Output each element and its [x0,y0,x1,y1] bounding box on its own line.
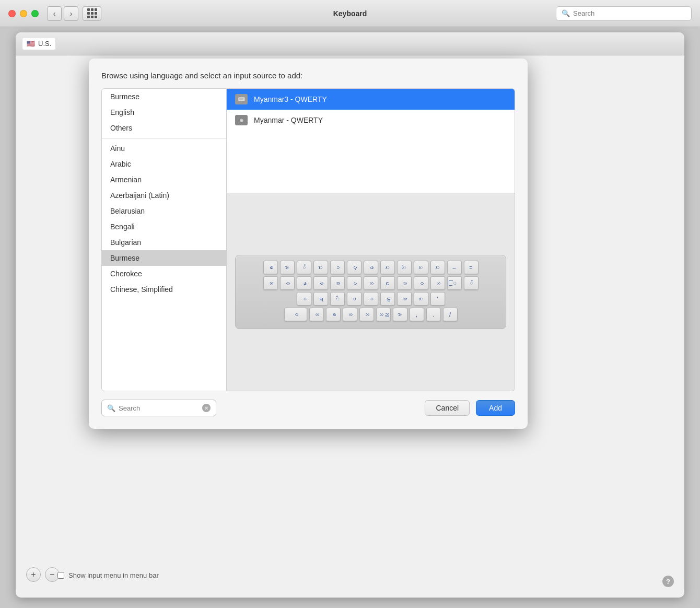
window-title: Keyboard [333,9,367,18]
flag-label: U.S. [38,40,51,48]
kb-row-2: ဆ တ န မ အ ပ တ c သ ဝ ဟ ြ ် [242,276,499,290]
link-icon: ⊕ [235,115,248,125]
kb-key: – [447,261,462,274]
close-button[interactable] [8,10,16,17]
lang-item-others[interactable]: Others [102,120,226,136]
myanmar-label: Myanmar - QWERTY [254,116,323,124]
grid-view-button[interactable] [83,6,101,21]
forward-button[interactable]: › [64,6,78,21]
help-button[interactable]: ? [662,576,674,587]
kb-key: . [426,308,441,321]
kb-key: ဒ [347,292,361,306]
flag-emoji: 🇺🇸 [27,40,35,48]
lang-item-cherokee[interactable]: Cherokee [102,266,226,282]
modal-body: Burmese English Others Ainu Arabic Armen… [101,88,515,391]
kb-key: ထ [309,308,324,321]
kb-key: ၪ [430,261,445,274]
lang-item-bengali[interactable]: Bengali [102,219,226,235]
lang-item-armenian[interactable]: Armenian [102,172,226,188]
lang-item-bulgarian[interactable]: Bulgarian [102,235,226,250]
show-menu-checkbox[interactable] [57,572,64,579]
show-menu-label: Show input menu in menu bar [68,571,159,579]
modal-bottom: 🔍 ✕ Cancel Add [101,400,515,416]
bg-bottom-buttons: + − [26,567,60,582]
lang-item-ainu[interactable]: Ainu [102,141,226,156]
kb-key: ၦ [347,261,361,274]
kb-row-3: ဂ ရ ိ ဒ ဂ ဠ ဃ ၭ ' [242,292,499,306]
right-panel: ⌨ Myanmar3 - QWERTY ⊕ Myanmar - QWERTY ဧ… [227,88,515,391]
kb-key: ဂ [364,292,378,306]
search-field[interactable]: 🔍 ✕ [101,400,216,416]
kb-key: ၩ [414,261,428,274]
kb-key: ၭ [414,292,428,306]
add-language-button[interactable]: + [26,567,41,582]
kb-key: တ [280,276,295,290]
kb-key: ဆ [263,276,278,290]
back-button[interactable]: ‹ [47,6,62,21]
clear-search-button[interactable]: ✕ [202,404,211,412]
kb-key: c [380,276,395,290]
lang-item-arabic[interactable]: Arabic [102,156,226,172]
keyboard-icon: ⌨ [235,94,248,104]
kb-key: ဝ [284,308,307,321]
search-icon: 🔍 [562,9,570,17]
kb-key: ာ [393,308,407,321]
main-content: 🇺🇸 U.S. + − Show input menu in menu bar … [0,27,700,608]
kb-key: ၥ [330,261,345,274]
kb-row-4: ဝ ထ ခ ထ ဘ သည ာ , . / [242,308,499,321]
lang-divider [102,138,226,138]
kb-key: န [297,276,311,290]
action-buttons: Cancel Add [425,400,515,416]
kb-key: ဝ [414,276,428,290]
kb-key: ပ [347,276,361,290]
input-source-modal: Browse using language and select an inpu… [89,59,528,429]
keyboard-preview: ဧ ာ ် ၢ ၥ ၦ ဖ ၧ ၨ ၩ ၪ – = [227,193,515,391]
add-button[interactable]: Add [476,400,515,416]
kb-key: တ [364,276,378,290]
language-list[interactable]: Burmese English Others Ainu Arabic Armen… [101,88,227,391]
kb-key: ဘ [359,308,374,321]
kb-key: သည [376,308,391,321]
cancel-button[interactable]: Cancel [425,400,470,416]
lang-item-burmese2[interactable]: Burmese [102,250,226,266]
lang-item-english[interactable]: English [102,104,226,120]
kb-key: ထ [343,308,357,321]
kb-key: ာ [280,261,295,274]
input-source-list[interactable]: ⌨ Myanmar3 - QWERTY ⊕ Myanmar - QWERTY [227,89,515,193]
lang-item-burmese[interactable]: Burmese [102,89,226,104]
kb-key: / [443,308,458,321]
lang-item-chinese-simplified[interactable]: Chinese, Simplified [102,282,226,297]
kb-key: သ [397,276,412,290]
kb-key: ဃ [397,292,412,306]
maximize-button[interactable] [31,10,39,17]
kb-key: = [464,261,479,274]
title-bar: ‹ › Keyboard 🔍 [0,0,700,27]
search-input[interactable] [119,404,199,412]
search-icon: 🔍 [107,404,115,412]
lang-item-azerbaijani[interactable]: Azerbaijani (Latin) [102,188,226,203]
grid-icon [87,8,97,18]
kb-key: ' [430,292,445,306]
minimize-button[interactable] [20,10,27,17]
input-source-myanmar[interactable]: ⊕ Myanmar - QWERTY [227,110,515,131]
input-source-myanmar3[interactable]: ⌨ Myanmar3 - QWERTY [227,89,515,110]
modal-title: Browse using language and select an inpu… [101,71,515,80]
title-search-bar[interactable]: 🔍 [556,6,692,21]
kb-key: ဧ [263,261,278,274]
bg-toolbar: 🇺🇸 U.S. [16,32,684,55]
kb-key: ် [464,276,479,290]
lang-item-belarusian[interactable]: Belarusian [102,203,226,219]
myanmar3-label: Myanmar3 - QWERTY [254,95,327,103]
kb-key: ဠ [380,292,395,306]
kb-key: အ [330,276,345,290]
kb-key: ြ [447,276,462,290]
kb-key: ခ [326,308,341,321]
nav-buttons: ‹ › [47,6,101,21]
kb-row-1: ဧ ာ ် ၢ ၥ ၦ ဖ ၧ ၨ ၩ ၪ – = [242,261,499,274]
kb-key: မ [313,276,328,290]
title-search-input[interactable] [573,9,686,17]
kb-key: ရ [313,292,328,306]
kb-key: ၨ [397,261,412,274]
kb-key: ဟ [430,276,445,290]
traffic-lights [8,10,39,17]
